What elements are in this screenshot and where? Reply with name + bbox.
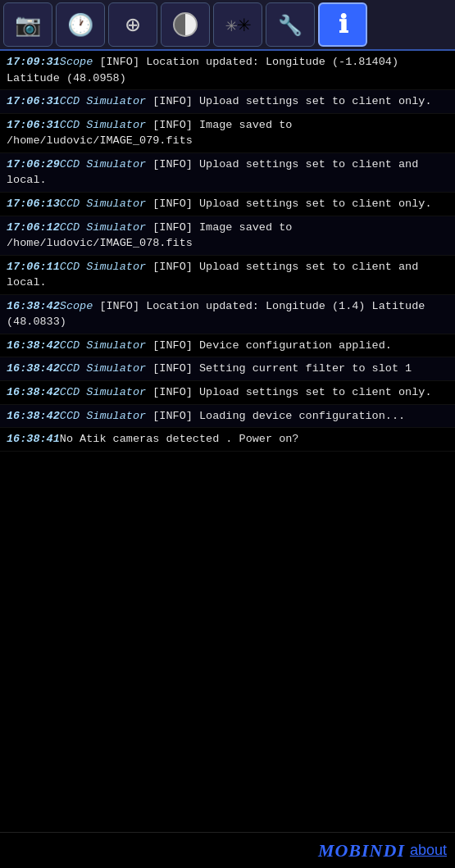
log-entry: 16:38:42CCD Simulator [INFO] Loading dev…	[0, 405, 455, 429]
info-button[interactable]	[318, 2, 367, 47]
log-entry: 16:38:42CCD Simulator [INFO] Device conf…	[0, 334, 455, 358]
log-time: 16:38:41	[7, 433, 60, 445]
log-source: CCD Simulator	[60, 119, 152, 131]
log-time: 16:38:42	[7, 300, 60, 312]
log-source: CCD Simulator	[60, 410, 152, 422]
log-entry: 16:38:41No Atik cameras detected . Power…	[0, 428, 455, 452]
log-message: [INFO] Loading device configuration...	[152, 410, 405, 422]
log-time: 16:38:42	[7, 386, 60, 398]
log-source: CCD Simulator	[60, 386, 152, 398]
bottom-bar: MOBINDI about	[0, 832, 455, 868]
log-message: [INFO] Setting current filter to slot 1	[152, 362, 412, 375]
log-time: 17:06:12	[7, 221, 60, 234]
alert-icon	[339, 12, 348, 37]
log-source: CCD Simulator	[60, 362, 152, 375]
log-entry: 16:38:42Scope [INFO] Location updated: L…	[0, 295, 455, 334]
log-source: Scope	[60, 300, 100, 312]
log-message: [INFO] Upload settings set to client onl…	[152, 95, 431, 107]
log-time: 17:09:31	[7, 56, 60, 68]
about-link[interactable]: about	[410, 842, 447, 859]
log-entry: 17:06:12CCD Simulator [INFO] Image saved…	[0, 216, 455, 256]
log-entry: 16:38:42CCD Simulator [INFO] Upload sett…	[0, 381, 455, 405]
wrench-button[interactable]	[266, 2, 315, 47]
clock-button[interactable]	[56, 2, 105, 47]
log-area: 17:09:31Scope [INFO] Location updated: L…	[0, 51, 455, 832]
log-message: [INFO] Upload settings set to client onl…	[152, 386, 431, 398]
log-source: CCD Simulator	[60, 198, 152, 210]
halfmoon-button[interactable]	[161, 2, 210, 47]
log-entry: 17:06:13CCD Simulator [INFO] Upload sett…	[0, 193, 455, 216]
log-time: 17:06:11	[7, 261, 60, 273]
crosshair-icon	[125, 12, 140, 37]
wrench-icon	[278, 13, 303, 36]
satellite-button[interactable]: ✳	[213, 2, 262, 47]
log-entry: 16:38:42CCD Simulator [INFO] Setting cur…	[0, 357, 455, 381]
log-message: [INFO] Upload settings set to client onl…	[152, 198, 431, 210]
log-source: CCD Simulator	[60, 221, 152, 234]
mobindi-brand: MOBINDI	[318, 840, 405, 861]
log-entry: 17:06:31CCD Simulator [INFO] Image saved…	[0, 114, 455, 153]
log-source: CCD Simulator	[60, 95, 152, 107]
log-entry: 17:06:29CCD Simulator [INFO] Upload sett…	[0, 153, 455, 193]
camera-icon	[15, 13, 41, 36]
log-time: 17:06:13	[7, 198, 60, 210]
halfmoon-icon	[173, 12, 198, 37]
camera-button[interactable]	[3, 2, 52, 47]
log-source: CCD Simulator	[60, 158, 152, 170]
log-time: 16:38:42	[7, 362, 60, 375]
log-time: 16:38:42	[7, 410, 60, 422]
log-message: No Atik cameras detected . Power on?	[60, 433, 299, 445]
log-source: CCD Simulator	[60, 339, 152, 352]
toolbar: ✳	[0, 0, 455, 51]
log-source: Scope	[60, 56, 100, 68]
log-time: 17:06:29	[7, 158, 60, 170]
crosshair-button[interactable]	[108, 2, 157, 47]
log-message: [INFO] Device configuration applied.	[152, 339, 392, 352]
log-time: 17:06:31	[7, 119, 60, 131]
satellite-icon: ✳	[225, 12, 250, 37]
clock-icon	[67, 13, 93, 36]
log-time: 17:06:31	[7, 95, 60, 107]
log-entry: 17:06:31CCD Simulator [INFO] Upload sett…	[0, 90, 455, 114]
log-entry: 17:09:31Scope [INFO] Location updated: L…	[0, 51, 455, 90]
log-source: CCD Simulator	[60, 261, 152, 273]
log-entry: 17:06:11CCD Simulator [INFO] Upload sett…	[0, 256, 455, 295]
log-time: 16:38:42	[7, 339, 60, 352]
